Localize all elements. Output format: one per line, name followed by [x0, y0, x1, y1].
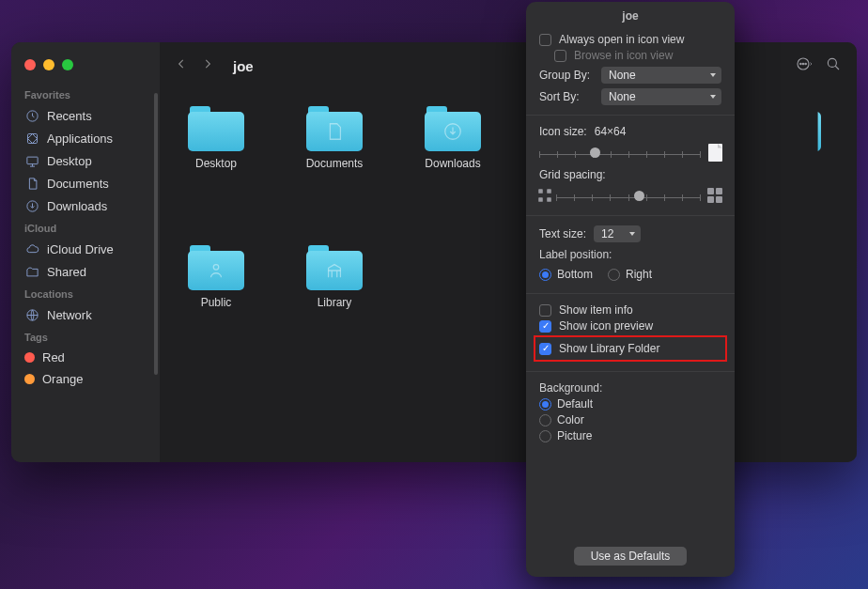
- sidebar-item-desktop[interactable]: Desktop: [11, 149, 160, 172]
- forward-button[interactable]: [201, 54, 214, 77]
- finder-sidebar: Favorites Recents Applications Desktop D…: [11, 42, 160, 462]
- tag-dot-icon: [24, 374, 35, 384]
- group-by-select[interactable]: None: [601, 67, 721, 84]
- button-label: Use as Defaults: [591, 550, 671, 563]
- folder-icon: [188, 245, 244, 290]
- sidebar-item-documents[interactable]: Documents: [11, 172, 160, 194]
- folder-partially-hidden-right[interactable]: es: [757, 106, 829, 170]
- background-color[interactable]: Color: [539, 413, 721, 426]
- sidebar-item-label: iCloud Drive: [47, 242, 114, 256]
- label-position-bottom[interactable]: Bottom: [539, 268, 593, 281]
- sidebar-item-shared[interactable]: Shared: [11, 260, 160, 283]
- radio-icon: [539, 269, 551, 281]
- folder-icon: [765, 106, 821, 151]
- always-open-icon-view-row[interactable]: Always open in icon view: [539, 33, 721, 46]
- grid-spacing-control: Grid spacing:: [539, 168, 721, 206]
- icon-size-label: Icon size:: [539, 125, 587, 138]
- grid-large-icon: [706, 185, 723, 206]
- sidebar-item-downloads[interactable]: Downloads: [11, 194, 160, 217]
- sidebar-item-applications[interactable]: Applications: [11, 127, 160, 149]
- radio-label: Default: [557, 397, 593, 411]
- checkbox-icon[interactable]: [539, 320, 551, 333]
- show-library-folder-row[interactable]: Show Library Folder: [539, 342, 721, 355]
- checkbox-label: Show item info: [559, 303, 633, 317]
- label-position-label: Label position:: [539, 248, 721, 261]
- icon-size-slider[interactable]: [539, 142, 721, 163]
- highlighted-option: Show Library Folder: [534, 335, 727, 362]
- folder-label: Library: [318, 296, 352, 309]
- sort-by-select[interactable]: None: [601, 88, 721, 105]
- panel-title: joe: [526, 8, 735, 30]
- sidebar-section-tags: Tags: [11, 326, 160, 347]
- select-value: None: [609, 90, 636, 103]
- grid-spacing-label: Grid spacing:: [539, 168, 606, 181]
- close-window-button[interactable]: [24, 59, 36, 70]
- actions-menu-button[interactable]: [795, 55, 812, 76]
- folder-icon: [188, 106, 244, 151]
- background-picture[interactable]: Picture: [539, 429, 721, 442]
- radio-icon: [539, 430, 551, 442]
- folder-label: Documents: [306, 157, 364, 170]
- folder-label: Public: [201, 296, 232, 309]
- show-icon-preview-row[interactable]: Show icon preview: [539, 319, 721, 333]
- show-item-info-row[interactable]: Show item info: [539, 303, 721, 317]
- sidebar-item-label: Network: [47, 308, 92, 322]
- sidebar-tag-red[interactable]: Red: [11, 347, 160, 368]
- text-size-select[interactable]: 12: [594, 225, 641, 242]
- grid-spacing-slider[interactable]: [539, 185, 721, 206]
- view-options-panel: joe Always open in icon view Browse in i…: [526, 2, 735, 577]
- background-default[interactable]: Default: [539, 397, 721, 411]
- folder-icon: [306, 106, 363, 151]
- sidebar-item-recents[interactable]: Recents: [11, 104, 160, 127]
- checkbox-label: Always open in icon view: [559, 33, 684, 46]
- svg-rect-1: [27, 133, 37, 143]
- sidebar-item-label: Documents: [47, 177, 109, 191]
- icon-size-value: 64×64: [595, 125, 627, 138]
- sidebar-item-label: Shared: [47, 265, 86, 279]
- checkbox-icon[interactable]: [539, 343, 551, 355]
- checkbox-icon[interactable]: [539, 304, 551, 317]
- folder-label: Desktop: [195, 157, 237, 170]
- sidebar-item-network[interactable]: Network: [11, 303, 160, 326]
- svg-point-12: [213, 265, 219, 271]
- svg-point-7: [802, 63, 804, 65]
- checkbox-icon[interactable]: [539, 34, 551, 46]
- folder-documents[interactable]: Documents: [299, 106, 370, 170]
- folder-icon-grid[interactable]: Desktop Documents Downloads Mo es Publ: [160, 89, 857, 326]
- finder-main: joe Desktop Documents Downloads Mo: [160, 42, 857, 462]
- finder-toolbar: joe: [160, 42, 857, 89]
- fullscreen-window-button[interactable]: [62, 59, 73, 70]
- minimize-window-button[interactable]: [43, 59, 54, 70]
- folder-library[interactable]: Library: [299, 245, 370, 309]
- document-icon: [24, 176, 39, 191]
- checkbox-label: Show icon preview: [559, 319, 653, 333]
- sort-by-label: Sort By:: [539, 90, 596, 103]
- folder-downloads[interactable]: Downloads: [417, 106, 488, 170]
- search-button[interactable]: [825, 55, 842, 76]
- back-button[interactable]: [175, 54, 188, 77]
- use-as-defaults-button[interactable]: Use as Defaults: [574, 547, 688, 566]
- sidebar-item-label: Applications: [47, 132, 113, 146]
- grid-small-icon: [537, 188, 552, 203]
- folder-label: Downloads: [425, 157, 480, 170]
- sidebar-item-label: Orange: [42, 372, 83, 386]
- radio-label: Bottom: [557, 268, 593, 281]
- cloud-icon: [24, 241, 39, 256]
- sidebar-item-icloud-drive[interactable]: iCloud Drive: [11, 238, 160, 260]
- folder-public[interactable]: Public: [180, 245, 252, 309]
- radio-icon: [539, 414, 551, 426]
- page-icon: [706, 142, 723, 163]
- sidebar-scrollbar[interactable]: [154, 93, 158, 375]
- window-title: joe: [233, 58, 254, 74]
- text-size-label: Text size:: [539, 227, 586, 240]
- select-value: 12: [601, 227, 613, 240]
- radio-label: Picture: [557, 429, 592, 442]
- group-by-label: Group By:: [539, 69, 596, 82]
- folder-desktop[interactable]: Desktop: [180, 106, 252, 170]
- browse-icon-view-row: Browse in icon view: [554, 49, 721, 62]
- desktop-icon: [24, 153, 39, 168]
- select-value: None: [609, 69, 636, 82]
- label-position-right[interactable]: Right: [608, 268, 652, 281]
- checkbox-label: Browse in icon view: [574, 49, 673, 62]
- sidebar-tag-orange[interactable]: Orange: [11, 368, 160, 390]
